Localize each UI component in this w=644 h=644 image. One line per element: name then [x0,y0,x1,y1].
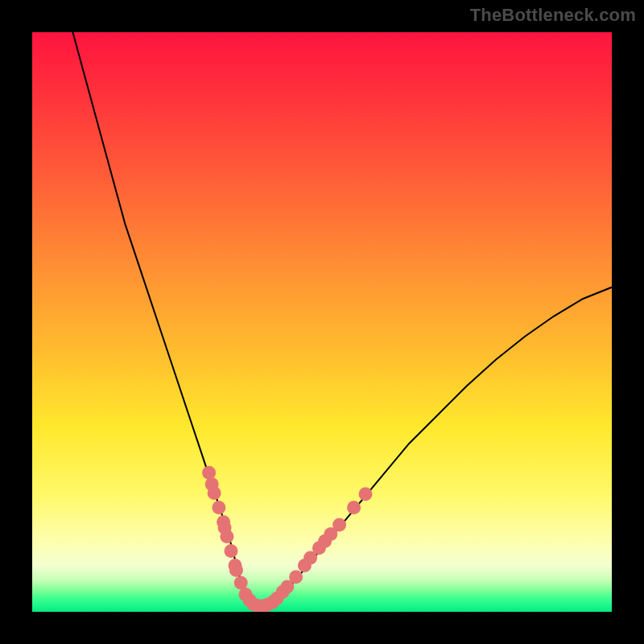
data-marker [289,570,303,584]
plot-area [32,32,612,612]
data-marker [224,544,237,558]
data-marker [347,501,361,514]
data-marker [359,487,373,501]
data-marker [220,530,233,543]
watermark-text: TheBottleneck.com [470,5,636,26]
data-marker [208,486,221,500]
data-marker [212,501,225,514]
marker-group [202,466,372,612]
chart-frame: TheBottleneck.com [0,0,644,644]
chart-svg [32,32,612,612]
data-marker [332,518,346,532]
data-marker [229,564,243,577]
data-marker [202,466,216,480]
